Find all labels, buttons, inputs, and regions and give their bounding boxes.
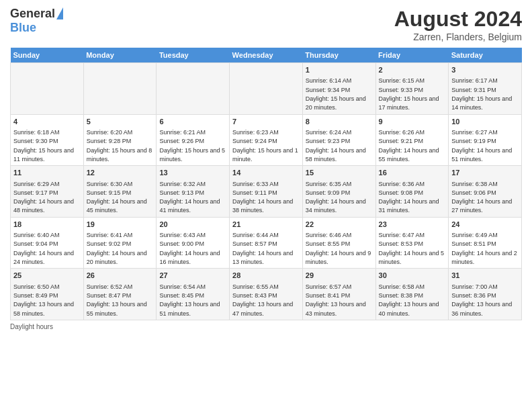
- day-number: 23: [379, 220, 446, 230]
- day-number: 14: [232, 168, 300, 178]
- day-cell: 26Sunrise: 6:52 AM Sunset: 8:47 PM Dayli…: [83, 269, 157, 320]
- week-row-3: 11Sunrise: 6:29 AM Sunset: 9:17 PM Dayli…: [11, 166, 522, 218]
- day-info: Sunrise: 6:35 AM Sunset: 9:09 PM Dayligh…: [306, 181, 366, 214]
- day-info: Sunrise: 6:46 AM Sunset: 8:55 PM Dayligh…: [306, 232, 371, 265]
- logo: General Blue: [10, 7, 63, 35]
- day-cell: 4Sunrise: 6:18 AM Sunset: 9:30 PM Daylig…: [11, 114, 84, 166]
- day-info: Sunrise: 6:20 AM Sunset: 9:28 PM Dayligh…: [87, 129, 152, 163]
- day-number: 10: [451, 117, 519, 127]
- day-info: Sunrise: 6:57 AM Sunset: 8:41 PM Dayligh…: [306, 283, 366, 317]
- day-number: 12: [87, 168, 154, 178]
- day-cell: 8Sunrise: 6:24 AM Sunset: 9:23 PM Daylig…: [302, 114, 375, 166]
- day-number: 4: [13, 117, 81, 127]
- header-cell-thursday: Thursday: [302, 48, 375, 63]
- header-cell-saturday: Saturday: [449, 48, 522, 63]
- day-info: Sunrise: 6:21 AM Sunset: 9:26 PM Dayligh…: [159, 129, 225, 163]
- day-cell: 17Sunrise: 6:38 AM Sunset: 9:06 PM Dayli…: [449, 166, 522, 218]
- week-row-4: 18Sunrise: 6:40 AM Sunset: 9:04 PM Dayli…: [11, 217, 522, 269]
- day-info: Sunrise: 6:27 AM Sunset: 9:19 PM Dayligh…: [451, 129, 512, 163]
- day-cell: 3Sunrise: 6:17 AM Sunset: 9:31 PM Daylig…: [449, 63, 522, 115]
- day-cell: 25Sunrise: 6:50 AM Sunset: 8:49 PM Dayli…: [11, 269, 84, 320]
- day-cell: 13Sunrise: 6:32 AM Sunset: 9:13 PM Dayli…: [157, 166, 230, 218]
- day-info: Sunrise: 6:18 AM Sunset: 9:30 PM Dayligh…: [13, 129, 74, 163]
- day-cell: 29Sunrise: 6:57 AM Sunset: 8:41 PM Dayli…: [302, 269, 375, 320]
- day-info: Sunrise: 6:38 AM Sunset: 9:06 PM Dayligh…: [451, 181, 512, 214]
- day-cell: 18Sunrise: 6:40 AM Sunset: 9:04 PM Dayli…: [11, 217, 84, 269]
- day-info: Sunrise: 6:15 AM Sunset: 9:33 PM Dayligh…: [379, 77, 439, 111]
- day-info: Sunrise: 6:47 AM Sunset: 8:53 PM Dayligh…: [379, 232, 445, 265]
- logo-blue: Blue: [10, 21, 36, 35]
- header-row: SundayMondayTuesdayWednesdayThursdayFrid…: [11, 48, 522, 63]
- title-block: August 2024 Zarren, Flanders, Belgium: [394, 7, 522, 42]
- day-number: 28: [232, 271, 300, 281]
- day-number: 7: [232, 117, 300, 127]
- page-title: August 2024: [394, 7, 522, 32]
- day-cell: 22Sunrise: 6:46 AM Sunset: 8:55 PM Dayli…: [302, 217, 375, 269]
- day-number: 13: [159, 168, 226, 178]
- header-cell-wednesday: Wednesday: [230, 48, 303, 63]
- day-number: 1: [306, 65, 373, 75]
- day-info: Sunrise: 6:36 AM Sunset: 9:08 PM Dayligh…: [379, 181, 439, 214]
- day-number: 17: [451, 168, 519, 178]
- day-number: 29: [306, 271, 373, 281]
- day-number: 16: [379, 168, 446, 178]
- header-cell-friday: Friday: [375, 48, 449, 63]
- day-info: Sunrise: 6:52 AM Sunset: 8:47 PM Dayligh…: [87, 283, 147, 317]
- page-container: General Blue August 2024 Zarren, Flander…: [0, 0, 532, 411]
- logo-text: General: [10, 7, 63, 21]
- day-cell: 14Sunrise: 6:33 AM Sunset: 9:11 PM Dayli…: [230, 166, 303, 218]
- day-number: 30: [379, 271, 446, 281]
- footer: Daylight hours: [10, 323, 522, 330]
- week-row-5: 25Sunrise: 6:50 AM Sunset: 8:49 PM Dayli…: [11, 269, 522, 320]
- page-subtitle: Zarren, Flanders, Belgium: [394, 32, 522, 42]
- day-info: Sunrise: 6:26 AM Sunset: 9:21 PM Dayligh…: [379, 129, 439, 163]
- day-info: Sunrise: 6:14 AM Sunset: 9:34 PM Dayligh…: [306, 77, 366, 111]
- day-number: 25: [13, 271, 81, 281]
- day-info: Sunrise: 6:32 AM Sunset: 9:13 PM Dayligh…: [159, 181, 220, 214]
- day-cell: 19Sunrise: 6:41 AM Sunset: 9:02 PM Dayli…: [83, 217, 157, 269]
- day-cell: [230, 63, 303, 115]
- day-cell: 10Sunrise: 6:27 AM Sunset: 9:19 PM Dayli…: [449, 114, 522, 166]
- day-number: 21: [232, 220, 300, 230]
- day-number: 9: [379, 117, 446, 127]
- day-cell: 28Sunrise: 6:55 AM Sunset: 8:43 PM Dayli…: [230, 269, 303, 320]
- calendar-table: SundayMondayTuesdayWednesdayThursdayFrid…: [10, 48, 522, 320]
- day-cell: 2Sunrise: 6:15 AM Sunset: 9:33 PM Daylig…: [375, 63, 449, 115]
- header-cell-tuesday: Tuesday: [157, 48, 230, 63]
- day-info: Sunrise: 6:44 AM Sunset: 8:57 PM Dayligh…: [232, 232, 293, 265]
- day-number: 27: [159, 271, 226, 281]
- header-cell-monday: Monday: [83, 48, 157, 63]
- day-info: Sunrise: 6:43 AM Sunset: 9:00 PM Dayligh…: [159, 232, 220, 265]
- day-number: 20: [159, 220, 226, 230]
- header-cell-sunday: Sunday: [11, 48, 84, 63]
- day-number: 22: [306, 220, 373, 230]
- day-number: 26: [87, 271, 154, 281]
- day-number: 8: [306, 117, 373, 127]
- day-info: Sunrise: 6:24 AM Sunset: 9:23 PM Dayligh…: [306, 129, 366, 163]
- day-info: Sunrise: 6:50 AM Sunset: 8:49 PM Dayligh…: [13, 283, 74, 317]
- day-cell: 24Sunrise: 6:49 AM Sunset: 8:51 PM Dayli…: [449, 217, 522, 269]
- day-cell: 7Sunrise: 6:23 AM Sunset: 9:24 PM Daylig…: [230, 114, 303, 166]
- day-cell: 27Sunrise: 6:54 AM Sunset: 8:45 PM Dayli…: [157, 269, 230, 320]
- day-cell: 9Sunrise: 6:26 AM Sunset: 9:21 PM Daylig…: [375, 114, 449, 166]
- day-number: 6: [159, 117, 226, 127]
- day-cell: 1Sunrise: 6:14 AM Sunset: 9:34 PM Daylig…: [302, 63, 375, 115]
- logo-general: General: [10, 7, 55, 21]
- day-cell: 20Sunrise: 6:43 AM Sunset: 9:00 PM Dayli…: [157, 217, 230, 269]
- week-row-2: 4Sunrise: 6:18 AM Sunset: 9:30 PM Daylig…: [11, 114, 522, 166]
- day-cell: 6Sunrise: 6:21 AM Sunset: 9:26 PM Daylig…: [157, 114, 230, 166]
- day-info: Sunrise: 6:58 AM Sunset: 8:38 PM Dayligh…: [379, 283, 439, 317]
- day-cell: 12Sunrise: 6:30 AM Sunset: 9:15 PM Dayli…: [83, 166, 157, 218]
- day-info: Sunrise: 6:41 AM Sunset: 9:02 PM Dayligh…: [87, 232, 147, 265]
- day-number: 19: [87, 220, 154, 230]
- header: General Blue August 2024 Zarren, Flander…: [10, 7, 522, 42]
- day-info: Sunrise: 6:30 AM Sunset: 9:15 PM Dayligh…: [87, 181, 147, 214]
- day-cell: 5Sunrise: 6:20 AM Sunset: 9:28 PM Daylig…: [83, 114, 157, 166]
- day-cell: 30Sunrise: 6:58 AM Sunset: 8:38 PM Dayli…: [375, 269, 449, 320]
- day-info: Sunrise: 6:54 AM Sunset: 8:45 PM Dayligh…: [159, 283, 220, 317]
- calendar-body: 1Sunrise: 6:14 AM Sunset: 9:34 PM Daylig…: [11, 63, 522, 320]
- week-row-1: 1Sunrise: 6:14 AM Sunset: 9:34 PM Daylig…: [11, 63, 522, 115]
- day-number: 18: [13, 220, 81, 230]
- day-info: Sunrise: 6:49 AM Sunset: 8:51 PM Dayligh…: [451, 232, 517, 265]
- day-cell: 31Sunrise: 7:00 AM Sunset: 8:36 PM Dayli…: [449, 269, 522, 320]
